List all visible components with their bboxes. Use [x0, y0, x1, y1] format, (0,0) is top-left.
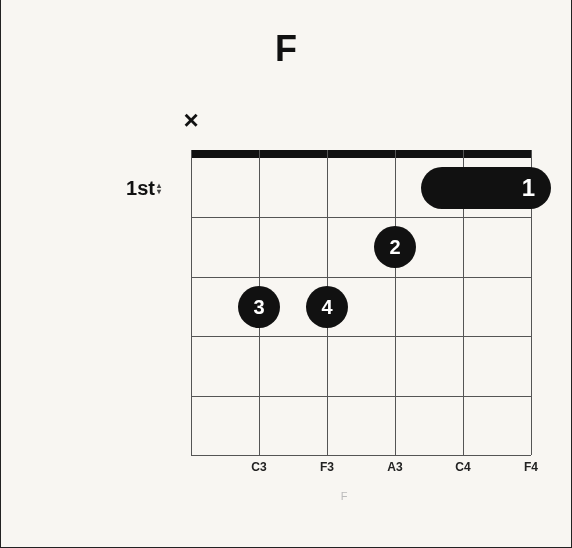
footer-chord-label: F — [341, 490, 348, 502]
string-3 — [395, 150, 396, 455]
note-label: F4 — [524, 460, 538, 474]
note-label: A3 — [387, 460, 402, 474]
note-label: F3 — [320, 460, 334, 474]
chord-title: F — [1, 28, 571, 70]
note-label: C3 — [251, 460, 266, 474]
fretboard[interactable]: 1 2 3 4 — [191, 150, 531, 455]
starting-fret-label: 1st — [126, 177, 155, 200]
nut — [191, 150, 531, 158]
finger-dot-4[interactable]: 4 — [306, 286, 348, 328]
fret-line — [191, 396, 531, 397]
stepper-icon: ▴▾ — [157, 182, 161, 194]
fret-line — [191, 217, 531, 218]
barre-finger-1[interactable]: 1 — [421, 167, 551, 209]
finger-dot-3[interactable]: 3 — [238, 286, 280, 328]
finger-number: 1 — [522, 174, 535, 202]
finger-dot-2[interactable]: 2 — [374, 226, 416, 268]
fret-line — [191, 336, 531, 337]
fret-line — [191, 455, 531, 456]
starting-fret-stepper[interactable]: 1st ▴▾ — [126, 177, 161, 200]
note-label: C4 — [455, 460, 470, 474]
finger-number: 3 — [253, 296, 264, 319]
finger-number: 4 — [321, 296, 332, 319]
finger-number: 2 — [389, 236, 400, 259]
string-6 — [191, 150, 192, 455]
fret-line — [191, 277, 531, 278]
mute-icon: × — [183, 107, 198, 133]
